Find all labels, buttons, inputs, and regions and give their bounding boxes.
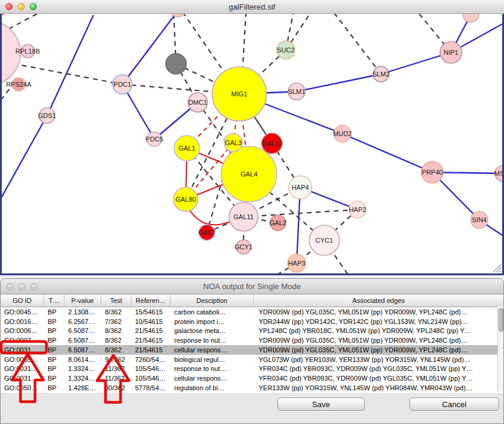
table-row[interactable]: GO:0006…BP6.5087…8/36221/54615galactose … (1, 326, 503, 336)
resize-grip-icon[interactable] (493, 264, 501, 272)
zoom-icon[interactable] (30, 283, 37, 290)
node-HAP4[interactable] (289, 176, 312, 199)
table-row[interactable]: GO:0050…BP1.428E…80/3625778/54…regulatio… (1, 383, 503, 393)
table-cell: BP (44, 337, 65, 344)
table-cell: GO:0016… (1, 318, 44, 325)
table-row[interactable]: GO:0065…BP8.0614…94/3627260/54…biologica… (1, 355, 503, 364)
node-GAL10[interactable] (262, 133, 282, 154)
table-cell: regulation of bi… (171, 384, 254, 391)
node-GCY1[interactable] (236, 240, 251, 254)
node-SIN4[interactable] (471, 211, 488, 228)
node-PDC1[interactable] (113, 75, 132, 94)
table-row[interactable]: GO:0016…BP6.2567…7/36210/54615protein im… (1, 317, 503, 326)
column-header-p-value[interactable]: P-value (65, 295, 101, 307)
table-cell: 6.5087… (65, 327, 101, 334)
table-cell: 2.1308… (65, 308, 101, 316)
vertical-scrollbar[interactable] (497, 306, 503, 391)
column-header-associated-edges[interactable]: Associated edges (254, 295, 503, 307)
node-MIG1[interactable] (212, 67, 266, 121)
node-GAL1[interactable] (174, 136, 200, 161)
node-top-node-1[interactable] (170, 14, 186, 17)
table-cell: 7/362 (101, 318, 131, 325)
network-edge[interactable] (47, 15, 93, 116)
node-GAL3[interactable] (224, 134, 242, 152)
network-titlebar[interactable]: galFiltered.sif (0, 0, 504, 14)
table-row[interactable]: GO:0031…BP1.3324…11/362105/546…response … (1, 364, 503, 374)
minimize-icon[interactable] (18, 283, 25, 290)
network-edge[interactable] (297, 74, 381, 92)
table-cell: 1.3324… (65, 365, 101, 372)
table-cell: GO:0050… (1, 384, 44, 391)
table-row[interactable]: GO:0031…BP1.3324…11/362105/546…cellular … (1, 373, 503, 383)
node-HAP3[interactable] (288, 254, 306, 272)
table-cell: response to nut… (171, 337, 254, 344)
column-header-go-id[interactable]: GO ID (1, 295, 44, 307)
network-edge[interactable] (244, 210, 358, 217)
column-header-test[interactable]: Test (101, 295, 131, 307)
table-cell: response to nut… (171, 365, 254, 372)
table-cell: 8.0614… (65, 356, 101, 363)
table-cell: YFR034C (pd) YBR093C, YDR009W (pd) YGL03… (254, 375, 503, 382)
network-window: galFiltered.sif RPL18BRPS24AGDS1PDC1PDC5… (0, 0, 504, 275)
traffic-lights-inactive (6, 283, 37, 290)
table-cell: biological regul… (171, 356, 254, 363)
table-cell: YFR034C (pd) YBR093C, YDR009W (pd) YGL03… (254, 365, 503, 372)
network-edge[interactable] (2, 116, 47, 200)
node-GAL7[interactable] (199, 225, 215, 240)
node-DMC1[interactable] (188, 93, 207, 112)
zoom-icon[interactable] (30, 3, 37, 10)
node-SLM1[interactable] (288, 83, 305, 100)
node-top-node-2[interactable] (463, 14, 479, 22)
node-RPL18B[interactable] (21, 45, 34, 58)
network-edge[interactable] (333, 14, 381, 74)
node-PRP40[interactable] (421, 161, 443, 183)
node-NIP1[interactable] (440, 42, 462, 63)
table-cell: 6.5087… (65, 346, 101, 354)
table-cell: carbon cataboli… (171, 308, 254, 316)
node-SUC2[interactable] (277, 41, 295, 59)
cancel-button[interactable]: Cancel (409, 398, 499, 411)
save-button[interactable]: Save (277, 398, 365, 411)
node-MUD2[interactable] (334, 125, 351, 142)
scrollbar-thumb[interactable] (499, 308, 503, 332)
node-GAL80[interactable] (174, 187, 198, 211)
minimize-icon[interactable] (17, 3, 25, 10)
table-cell: 94/362 (101, 356, 131, 363)
column-header-desciption[interactable]: Desciption (171, 295, 254, 307)
table-cell: 10/54615 (131, 318, 171, 325)
noa-titlebar[interactable]: NOA output for Single Mode (1, 279, 503, 295)
table-cell: 1.428E… (65, 384, 101, 391)
noa-output-window: NOA output for Single Mode GO IDT…P-valu… (0, 278, 504, 424)
node-corner-fragment[interactable] (2, 14, 5, 15)
traffic-lights (5, 3, 37, 10)
table-cell: protein import i… (171, 318, 254, 325)
network-window-title: galFiltered.sif (0, 2, 504, 11)
node-CYC1[interactable] (309, 225, 339, 255)
table-cell: 21/54615 (131, 327, 171, 334)
node-GDS1[interactable] (39, 108, 55, 123)
table-cell: GO:0065… (1, 356, 44, 363)
node-gray-node[interactable] (166, 54, 186, 74)
node-RPS24A[interactable] (12, 78, 25, 91)
network-canvas[interactable]: RPL18BRPS24AGDS1PDC1PDC5MIG1DMC1SUC2SLM1… (0, 14, 504, 275)
node-GAL11[interactable] (229, 202, 258, 231)
close-icon[interactable] (6, 283, 13, 290)
network-edge[interactable] (342, 134, 432, 172)
node-GAL2[interactable] (270, 215, 286, 231)
table-row[interactable]: GO:0045…BP2.1308…8/36215/54615carbon cat… (1, 307, 503, 317)
node-SLM2[interactable] (373, 66, 389, 82)
table-cell: 8/362 (101, 327, 131, 334)
column-header-t-[interactable]: T… (44, 295, 65, 307)
node-HAP2[interactable] (349, 201, 366, 218)
node-PDC5[interactable] (147, 132, 162, 146)
column-header-referen-[interactable]: Referen… (131, 295, 171, 307)
network-edge[interactable] (122, 14, 178, 84)
node-left-large[interactable] (2, 20, 20, 86)
node-MSL1[interactable] (495, 166, 502, 181)
table-header: GO IDT…P-valueTestReferen…DesciptionAsso… (1, 295, 503, 307)
close-icon[interactable] (5, 3, 13, 10)
network-svg[interactable]: RPL18BRPS24AGDS1PDC1PDC5MIG1DMC1SUC2SLM1… (2, 14, 502, 273)
table-row[interactable]: GO:0031…BP6.5087…8/36221/54615cellular r… (1, 345, 503, 355)
node-GAL4[interactable] (221, 146, 277, 202)
table-row[interactable]: GO:0007…BP6.5087…8/36221/54615response t… (1, 335, 503, 345)
